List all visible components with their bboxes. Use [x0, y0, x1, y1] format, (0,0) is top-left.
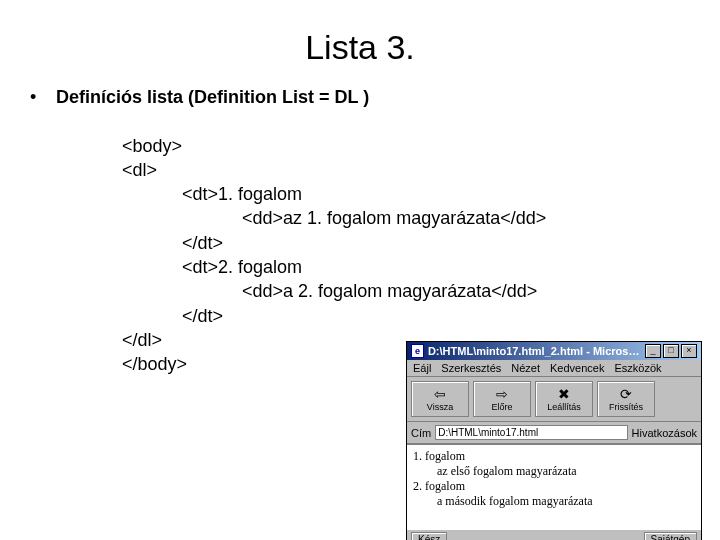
stop-label: Leállítás [547, 402, 581, 412]
refresh-button[interactable]: ⟳ Frissítés [597, 381, 655, 417]
dd-2: a második fogalom magyarázata [437, 494, 695, 509]
window-title: D:\HTML\minto17.html_2.html - Microsoft … [428, 345, 645, 357]
menu-tools[interactable]: Eszközök [614, 362, 661, 374]
code-line: <dd>az 1. fogalom magyarázata</dd> [242, 208, 546, 228]
code-line: </dl> [122, 330, 162, 350]
toolbar: ⇦ Vissza ⇨ Előre ✖ Leállítás ⟳ Frissítés [407, 377, 701, 422]
address-input[interactable]: D:\HTML\minto17.html [435, 425, 627, 440]
dd-1: az első fogalom magyarázata [437, 464, 695, 479]
back-button[interactable]: ⇦ Vissza [411, 381, 469, 417]
menu-file[interactable]: Eájl [413, 362, 431, 374]
refresh-icon: ⟳ [620, 387, 632, 401]
page-content: 1. fogalom az első fogalom magyarázata 2… [407, 444, 701, 529]
dt-1: 1. fogalom [413, 449, 695, 464]
back-label: Vissza [427, 402, 453, 412]
bullet-text: Definíciós lista (Definition List = DL ) [56, 85, 369, 109]
code-line: <dd>a 2. fogalom magyarázata</dd> [242, 281, 537, 301]
code-line: <dl> [122, 160, 157, 180]
code-line: </dt> [182, 306, 223, 326]
status-bar: Kész Sajátgép [407, 529, 701, 540]
minimize-button[interactable]: _ [645, 344, 661, 358]
bullet-icon: • [30, 85, 56, 109]
links-label[interactable]: Hivatkozások [632, 427, 697, 439]
status-right: Sajátgép [644, 532, 697, 540]
menu-fav[interactable]: Kedvencek [550, 362, 604, 374]
dt-2: 2. fogalom [413, 479, 695, 494]
stop-icon: ✖ [558, 387, 570, 401]
forward-icon: ⇨ [496, 387, 508, 401]
maximize-button[interactable]: □ [663, 344, 679, 358]
forward-button[interactable]: ⇨ Előre [473, 381, 531, 417]
address-label: Cím [411, 427, 431, 439]
menu-view[interactable]: Nézet [511, 362, 540, 374]
slide-content: • Definíciós lista (Definition List = DL… [0, 85, 720, 377]
ie-logo-icon: e [411, 344, 424, 358]
menu-edit[interactable]: Szerkesztés [441, 362, 501, 374]
code-line: <dt>2. fogalom [182, 257, 302, 277]
forward-label: Előre [491, 402, 512, 412]
slide-title: Lista 3. [0, 28, 720, 67]
code-line: </body> [122, 354, 187, 374]
browser-window: e D:\HTML\minto17.html_2.html - Microsof… [406, 341, 702, 540]
window-titlebar[interactable]: e D:\HTML\minto17.html_2.html - Microsof… [407, 342, 701, 360]
back-icon: ⇦ [434, 387, 446, 401]
code-block: <body> <dl> <dt>1. fogalom <dd>az 1. fog… [122, 109, 720, 376]
code-line: <dt>1. fogalom [182, 184, 302, 204]
status-left: Kész [411, 532, 447, 540]
stop-button[interactable]: ✖ Leállítás [535, 381, 593, 417]
close-button[interactable]: × [681, 344, 697, 358]
code-line: </dt> [182, 233, 223, 253]
address-bar: Cím D:\HTML\minto17.html Hivatkozások [407, 422, 701, 444]
refresh-label: Frissítés [609, 402, 643, 412]
menu-bar: Eájl Szerkesztés Nézet Kedvencek Eszközö… [407, 360, 701, 377]
code-line: <body> [122, 136, 182, 156]
